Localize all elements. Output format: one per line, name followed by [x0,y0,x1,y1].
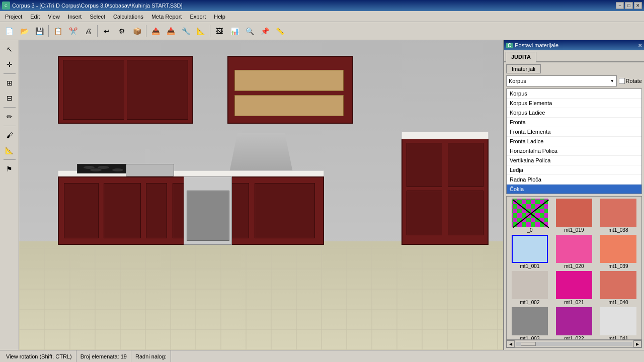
swatch-area[interactable]: _0mt1_019mt1_038mt1_001mt1_020mt1_039mt1… [506,196,642,340]
tb-settings[interactable]: ⚙ [115,24,129,38]
tb-open[interactable]: 📂 [17,24,31,38]
lt-grid[interactable]: ⊞ [3,76,17,90]
maximize-button[interactable]: □ [625,2,633,9]
tb-chart[interactable]: 📊 [227,24,242,38]
lt-draw[interactable]: ✏ [3,110,17,124]
mat-list-item-1[interactable]: Korpus Elementa [507,99,641,108]
menu-item-meta report[interactable]: Meta Report [147,13,186,21]
menu-item-project[interactable]: Project [1,13,26,21]
status-radni: Radni nalog: [131,350,171,362]
lt-sep4 [4,159,16,160]
lt-move[interactable]: ✛ [3,57,17,71]
tb-undo[interactable]: ↩ [100,24,114,38]
tb-print[interactable]: 🖨 [81,24,95,38]
menu-item-insert[interactable]: Insert [64,13,86,21]
menu-item-export[interactable]: Export [186,13,210,21]
subtab-imaterijali[interactable]: Imaterijali [506,64,541,73]
scroll-thumb[interactable] [521,342,536,346]
swatch-color-_0 [512,199,548,227]
swatch-item-mt1_039[interactable]: mt1_039 [597,235,639,269]
swatch-item-mt1_040[interactable]: mt1_040 [597,271,639,305]
swatch-item-mt1_020[interactable]: mt1_020 [553,235,595,269]
tb-save[interactable]: 💾 [32,24,46,38]
swatch-item-mt1_022[interactable]: mt1_022 [553,307,595,340]
mat-list-item-5[interactable]: Fronta Ladice [507,137,641,146]
lt-measure[interactable]: 📐 [3,143,17,157]
tb-ruler[interactable]: 📏 [273,24,287,38]
lt-select[interactable]: ↖ [3,42,17,56]
swatch-item-mt1_021[interactable]: mt1_021 [553,271,595,305]
tb-import[interactable]: 📥 [164,24,178,38]
title-controls[interactable]: − □ ✕ [616,2,642,9]
mat-list-item-4[interactable]: Fronta Elementa [507,127,641,137]
scroll-left-btn[interactable]: ◀ [507,340,515,347]
lt-flag[interactable]: ⚑ [3,162,17,176]
korpus-row: Korpus ▼ Rotate [506,75,642,86]
mat-list-item-9[interactable]: Radna Ploča [507,175,641,185]
tb-new[interactable]: 📄 [2,24,16,38]
swatch-item-mt1_003[interactable]: mt1_003 [509,307,551,340]
tb-cut[interactable]: ✂️ [66,24,80,38]
mat-list-item-2[interactable]: Korpus Ladice [507,108,641,118]
swatch-item-mt1_019[interactable]: mt1_019 [553,199,595,233]
tb-sep2 [97,25,98,37]
tab-judita[interactable]: JUDITA [506,52,536,62]
swatch-item-mt1_041[interactable]: mt1_041 [597,307,639,340]
tb-package[interactable]: 📦 [130,24,144,38]
tb-tool1[interactable]: 🔧 [179,24,193,38]
swatch-color-mt1_001 [512,235,548,263]
mat-list-item-10[interactable]: Čokla [507,185,641,194]
oven [184,176,232,245]
lt-paint[interactable]: 🖌 [3,128,17,142]
scroll-right-btn[interactable]: ▶ [633,340,641,347]
mat-list-item-7[interactable]: Vertikalna Polica [507,156,641,165]
swatch-label-mt1_002: mt1_002 [520,300,540,305]
lower-door-2 [104,183,141,238]
swatch-label-mt1_021: mt1_021 [565,300,584,305]
lower-door-5 [255,183,315,238]
radni-text: Radni nalog: [135,353,167,359]
swatch-item-mt1_038[interactable]: mt1_038 [597,199,639,233]
tb-tool2[interactable]: 📐 [194,24,208,38]
swatch-color-mt1_021 [556,271,592,299]
mat-list-item-0[interactable]: Korpus [507,89,641,99]
tb-sep3 [146,25,146,37]
korpus-dropdown-label: Korpus [509,78,526,84]
swatch-scrollbar[interactable]: ◀ ▶ [506,340,642,348]
counter-top-right [401,132,489,139]
upper-cabinet-left [58,56,193,124]
swatch-label-mt1_022: mt1_022 [565,336,584,340]
minimize-button[interactable]: − [616,2,624,9]
tb-search[interactable]: 🔍 [243,24,257,38]
window-title: Corpus 3 - [C:\Tri D Corpus\Corpus 3.0\s… [12,3,183,9]
tb-export[interactable]: 📤 [148,24,163,38]
tb-copy[interactable]: 📋 [51,24,65,38]
swatch-item-_0[interactable]: _0 [509,199,551,233]
mat-list-item-6[interactable]: Horizontalna Polica [507,146,641,156]
rotate-label: Rotate [626,78,642,84]
menu-item-edit[interactable]: Edit [26,13,44,21]
close-button[interactable]: ✕ [634,2,642,9]
status-elements: Broj elemenata: 19 [76,350,131,362]
panel-titlebar: C Postavi materijale ✕ [504,40,644,50]
tb-frame[interactable]: 🖼 [212,24,226,38]
tb-pin[interactable]: 📌 [258,24,272,38]
swatch-color-mt1_040 [600,271,636,299]
mat-list-item-3[interactable]: Fronta [507,118,641,127]
swatch-item-mt1_001[interactable]: mt1_001 [509,235,551,269]
rotate-checkbox[interactable] [619,78,625,84]
korpus-dropdown[interactable]: Korpus ▼ [506,75,617,86]
swatch-item-mt1_002[interactable]: mt1_002 [509,271,551,305]
viewport[interactable]: Perspective [19,40,503,350]
menu-item-view[interactable]: View [44,13,64,21]
view-rotation-text: View rotation (Shift, CTRL) [6,353,72,359]
material-list[interactable]: KorpusKorpus ElementaKorpus LadiceFronta… [506,88,642,194]
corner-cabinet [401,136,489,245]
menu-item-select[interactable]: Select [86,13,109,21]
menu-item-calculations[interactable]: Calculations [109,13,147,21]
lt-grid2[interactable]: ⊟ [3,91,17,105]
panel-close-button[interactable]: ✕ [638,43,642,48]
swatch-label-mt1_020: mt1_020 [565,263,584,269]
mat-list-item-8[interactable]: Leđja [507,165,641,175]
menu-item-help[interactable]: Help [210,13,229,21]
